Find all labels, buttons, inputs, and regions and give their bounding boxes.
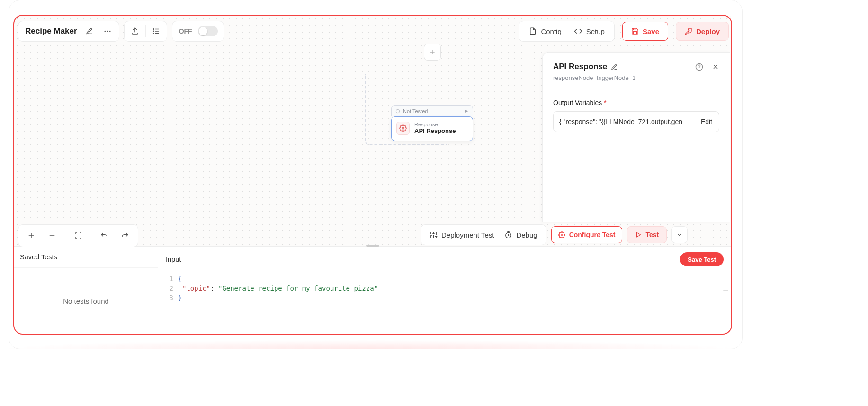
line-number: 1 bbox=[158, 274, 173, 283]
svg-point-11 bbox=[396, 109, 400, 113]
no-tests-message: No tests found bbox=[14, 268, 158, 335]
deploy-label: Deploy bbox=[696, 27, 720, 35]
enabled-toggle[interactable] bbox=[198, 26, 218, 36]
panel-title: API Response bbox=[553, 62, 607, 71]
toolbar-left: Recipe Maker OFF bbox=[18, 21, 224, 42]
status-circle-icon bbox=[395, 109, 400, 114]
editor-cursor bbox=[179, 285, 179, 292]
list-icon[interactable] bbox=[150, 25, 163, 38]
deployment-test-label: Deployment Test bbox=[441, 231, 494, 239]
help-icon[interactable] bbox=[695, 63, 703, 71]
rocket-icon bbox=[685, 27, 692, 35]
line-number: 3 bbox=[158, 293, 173, 302]
node-gear-icon bbox=[396, 122, 410, 135]
svg-point-31 bbox=[561, 234, 563, 236]
code-string: "Generate recipe for my favourite pizza" bbox=[218, 284, 378, 292]
saved-tests-header: Saved Tests bbox=[14, 247, 158, 268]
svg-point-13 bbox=[402, 127, 404, 129]
output-variables-value: { "response": "{{LLMNode_721.output.gen bbox=[559, 118, 692, 125]
save-test-button[interactable]: Save Test bbox=[680, 252, 724, 266]
zoom-out-button[interactable] bbox=[42, 228, 62, 244]
output-variables-text: Output Variables bbox=[553, 99, 602, 106]
zoom-in-button[interactable] bbox=[21, 228, 41, 244]
saved-tests-column: Saved Tests No tests found bbox=[14, 247, 158, 335]
line-number: 2 bbox=[158, 283, 173, 293]
test-button[interactable]: Test bbox=[627, 226, 667, 243]
node-api-response[interactable]: Not Tested Response API Response bbox=[391, 105, 473, 141]
output-variables-field[interactable]: { "response": "{{LLMNode_721.output.gen … bbox=[553, 111, 719, 132]
share-icon[interactable] bbox=[128, 25, 142, 38]
sliders-icon bbox=[430, 231, 438, 239]
node-status-text: Not Tested bbox=[403, 108, 428, 114]
svg-point-7 bbox=[153, 31, 154, 32]
setup-button[interactable]: Setup bbox=[574, 27, 605, 35]
input-header: Input Save Test bbox=[158, 247, 731, 272]
panel-subtitle: responseNode_triggerNode_1 bbox=[553, 74, 719, 81]
play-outline-icon bbox=[635, 231, 642, 238]
code-punct: : bbox=[210, 284, 218, 292]
node-kind-label: Response bbox=[414, 122, 456, 127]
edit-title-icon[interactable] bbox=[83, 25, 96, 38]
code-brace: } bbox=[178, 294, 182, 301]
toggle-group: OFF bbox=[172, 21, 224, 42]
svg-marker-12 bbox=[465, 109, 468, 113]
config-button[interactable]: Config bbox=[528, 27, 561, 35]
top-right-shelf: Config Setup bbox=[519, 21, 615, 42]
code-key: "topic" bbox=[182, 284, 210, 292]
node-details-panel: API Response responseNode_triggerNode_1 … bbox=[542, 52, 730, 222]
test-dropdown-button[interactable] bbox=[671, 226, 688, 243]
workflow-title: Recipe Maker bbox=[25, 26, 77, 36]
fit-view-button[interactable] bbox=[68, 228, 88, 244]
test-toolbar: Deployment Test Debug Configure Test Tes… bbox=[421, 224, 688, 245]
test-shelf: Deployment Test Debug bbox=[421, 224, 546, 245]
lower-panel: Saved Tests No tests found Input Save Te… bbox=[14, 246, 731, 335]
line-gutter: 1 2 3 bbox=[158, 274, 178, 335]
more-menu-icon[interactable] bbox=[101, 25, 114, 38]
configure-test-label: Configure Test bbox=[569, 231, 616, 238]
panel-divider bbox=[553, 90, 719, 90]
output-variables-label: Output Variables * bbox=[553, 99, 719, 106]
tool-group-export bbox=[124, 21, 167, 42]
redo-button[interactable] bbox=[115, 228, 135, 244]
workflow-title-group: Recipe Maker bbox=[18, 21, 119, 42]
canvas-controls bbox=[18, 224, 138, 247]
toolbar-right: Config Setup Save Deploy bbox=[519, 21, 729, 42]
close-panel-icon[interactable] bbox=[712, 63, 719, 71]
panel-header: API Response bbox=[553, 62, 719, 71]
plus-icon bbox=[429, 48, 436, 56]
panel-edit-icon[interactable] bbox=[611, 63, 618, 71]
debug-button[interactable]: Debug bbox=[504, 231, 537, 239]
deployment-test-button[interactable]: Deployment Test bbox=[430, 231, 494, 239]
output-variables-edit-button[interactable]: Edit bbox=[696, 115, 717, 128]
node-title-label: API Response bbox=[414, 127, 456, 134]
timer-icon bbox=[504, 231, 512, 239]
svg-point-2 bbox=[109, 31, 111, 32]
save-label: Save bbox=[643, 27, 659, 35]
node-status-bar: Not Tested bbox=[391, 105, 473, 116]
setup-label: Setup bbox=[586, 27, 605, 35]
configure-test-button[interactable]: Configure Test bbox=[551, 226, 623, 243]
test-label: Test bbox=[645, 231, 659, 238]
save-icon bbox=[631, 27, 639, 35]
file-config-icon bbox=[528, 27, 537, 35]
canvas-add-node-button[interactable] bbox=[424, 44, 441, 61]
input-header-title: Input bbox=[166, 256, 181, 263]
debug-label: Debug bbox=[516, 231, 537, 239]
save-button[interactable]: Save bbox=[622, 22, 668, 41]
input-column: Input Save Test 1 2 3 { "topic": "Genera… bbox=[158, 247, 731, 335]
toggle-label: OFF bbox=[179, 27, 192, 35]
config-label: Config bbox=[541, 27, 561, 35]
svg-point-1 bbox=[107, 31, 108, 32]
play-icon[interactable] bbox=[464, 109, 469, 114]
code-brace: { bbox=[178, 275, 182, 282]
svg-marker-32 bbox=[637, 232, 641, 237]
collapse-editor-icon[interactable]: — bbox=[723, 284, 728, 294]
deploy-button[interactable]: Deploy bbox=[676, 22, 729, 41]
node-body: Response API Response bbox=[391, 116, 473, 141]
chevron-down-icon bbox=[676, 231, 683, 238]
undo-button[interactable] bbox=[94, 228, 114, 244]
svg-point-8 bbox=[153, 33, 154, 34]
json-editor[interactable]: 1 2 3 { "topic": "Generate recipe for my… bbox=[158, 272, 731, 335]
code-icon bbox=[574, 27, 582, 35]
gear-icon bbox=[558, 231, 565, 238]
